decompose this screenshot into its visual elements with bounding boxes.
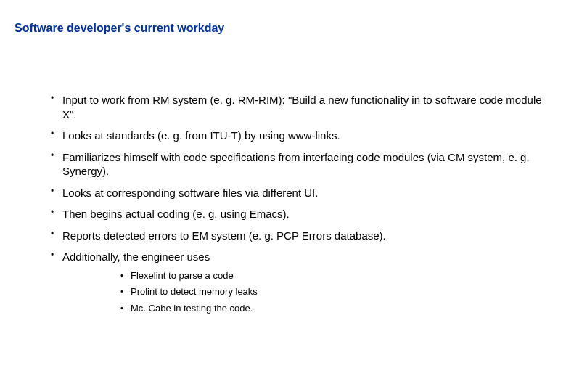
main-bullet-list: Input to work from RM system (e. g. RM-R…: [51, 93, 551, 315]
sub-bullet-item: Mc. Cabe in testing the code.: [120, 303, 551, 315]
slide: Software developer's current workday Inp…: [0, 0, 566, 392]
bullet-item: Then begins actual coding (e. g. using E…: [51, 207, 551, 221]
slide-title: Software developer's current workday: [15, 22, 551, 35]
bullet-item: Familiarizes himself with code specifica…: [51, 150, 551, 179]
sub-bullet-list: Flexelint to parse a code Prolint to det…: [120, 270, 551, 316]
bullet-item: Looks at corresponding software files vi…: [51, 186, 551, 200]
bullet-item: Reports detected errors to EM system (e.…: [51, 229, 551, 243]
bullet-item: Input to work from RM system (e. g. RM-R…: [51, 93, 551, 121]
bullet-item: Looks at standards (e. g. from ITU-T) by…: [51, 128, 551, 143]
sub-bullet-item: Prolint to detect memory leaks: [120, 286, 551, 298]
bullet-item: Additionally, the engineer uses Flexelin…: [51, 250, 551, 315]
bullet-item-label: Additionally, the engineer uses: [62, 250, 210, 263]
sub-bullet-item: Flexelint to parse a code: [120, 270, 551, 282]
